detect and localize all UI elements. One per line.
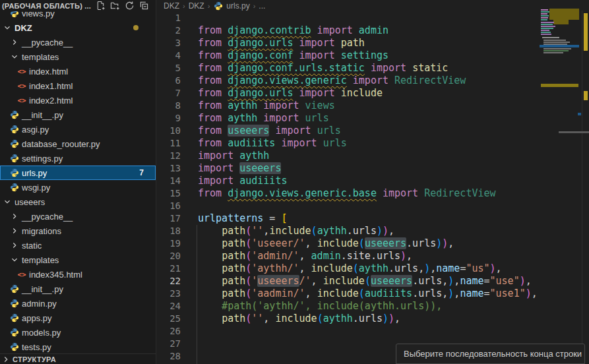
collapse-all-icon[interactable] — [139, 1, 149, 11]
tree-item-index2-html[interactable]: <>index2.html — [0, 93, 156, 107]
code-line-content: urlpatterns = [ — [181, 212, 287, 225]
tree-item-label: templates — [22, 255, 59, 265]
line-number: 21 — [157, 262, 181, 275]
code-line-8[interactable]: 8from aythh import views — [157, 100, 589, 112]
tree-item-index345-html[interactable]: <>index345.html — [0, 267, 156, 282]
tree-item-database-roouter-py[interactable]: database_roouter.py — [0, 136, 156, 151]
minimap-mark — [541, 30, 549, 31]
code-line-content: import audiiits — [181, 175, 287, 187]
code-line-content: path('useeers/', include(useeers.urls,),… — [181, 275, 532, 288]
code-area[interactable]: 12from django.contrib import admin3from … — [157, 12, 589, 363]
breadcrumb-item-0[interactable]: DKZ — [164, 1, 179, 11]
code-line-21[interactable]: 21 path('aythh/', include(aythh.urls,),n… — [157, 262, 589, 275]
tree-item-label: index345.html — [29, 270, 82, 280]
tree-item--init-py[interactable]: __init__.py — [0, 107, 156, 122]
code-line-25[interactable]: 25 path('', include(aythh.urls)), — [157, 313, 589, 325]
chevron-down-icon — [9, 255, 20, 265]
line-number: 15 — [157, 187, 181, 200]
code-line-9[interactable]: 9from aythh import urls — [157, 112, 589, 125]
code-line-10[interactable]: 10from useeers import urls — [157, 125, 589, 137]
minimap-mark — [541, 84, 578, 87]
tree-item-migrations[interactable]: migrations — [0, 224, 156, 238]
code-line-14[interactable]: 14import audiiits — [157, 175, 589, 187]
tree-item-apps-py[interactable]: apps.py — [0, 311, 156, 325]
indent-guide — [197, 225, 197, 364]
tree-item-index-html[interactable]: <>index.html — [0, 64, 156, 78]
tree-item--pycache-[interactable]: __pycache__ — [0, 35, 156, 49]
explorer-actions — [95, 1, 149, 11]
problems-count-badge: 7 — [139, 168, 144, 177]
code-line-26[interactable]: 26 — [157, 325, 589, 338]
breadcrumb-item-1[interactable]: DKZ — [189, 1, 204, 11]
tree-item-label: DKZ — [15, 23, 32, 33]
code-line-content: from django.views.generic.base import Re… — [181, 187, 496, 200]
code-line-13[interactable]: 13import useeers — [157, 162, 589, 175]
code-line-18[interactable]: 18 path('',include(aythh.urls)), — [157, 225, 589, 237]
breadcrumb-item-2[interactable]: urls.py — [226, 1, 249, 11]
code-line-6[interactable]: 6from django.views.generic import Redire… — [157, 75, 589, 87]
tree-item-wsgi-py[interactable]: wsgi.py — [0, 180, 156, 195]
tree-item-label: index.html — [29, 67, 68, 76]
chevron-down-icon — [1, 22, 13, 33]
tree-item-static[interactable]: static — [0, 238, 156, 253]
new-folder-icon[interactable] — [109, 1, 120, 11]
code-line-15[interactable]: 15from django.views.generic.base import … — [157, 187, 589, 200]
code-line-3[interactable]: 3from django.urls import path — [157, 37, 589, 49]
line-number: 22 — [157, 275, 181, 288]
code-line-5[interactable]: 5from django.conf.urls.static import sta… — [157, 62, 589, 75]
html-file-icon: <> — [16, 95, 28, 106]
minimap-mark — [541, 9, 548, 11]
chevron-down-icon — [9, 51, 20, 62]
code-line-19[interactable]: 19 path('useeer/', include(useeers.urls)… — [157, 237, 589, 250]
code-line-12[interactable]: 12import aythh — [157, 150, 589, 162]
explorer-sidebar: views.pyDKZ__pycache__templates<>index.h… — [0, 0, 156, 364]
code-line-content: from aythh import views — [181, 100, 335, 112]
tree-item-settings-py[interactable]: settings.py — [0, 151, 156, 166]
tree-item-dkz[interactable]: DKZ — [0, 20, 156, 35]
tree-item-label: tests.py — [22, 342, 51, 352]
line-number: 23 — [157, 288, 181, 300]
tree-item-admin-py[interactable]: admin.py — [0, 296, 156, 311]
tree-item-urls-py[interactable]: urls.py7 — [0, 166, 156, 180]
tree-item-tests-py[interactable]: tests.py — [0, 340, 156, 354]
refresh-icon[interactable] — [124, 1, 135, 11]
code-line-24[interactable]: 24 #path('aythh/', include(aythh.urls)), — [157, 300, 589, 313]
code-line-16[interactable]: 16 — [157, 200, 589, 212]
workspace-title: (РАБОЧАЯ ОБЛАСТЬ) ... — [2, 2, 91, 10]
code-line-4[interactable]: 4from django.conf import settings — [157, 49, 589, 62]
code-line-7[interactable]: 7from django.urls import include — [157, 87, 589, 100]
line-number: 13 — [157, 162, 181, 175]
tree-item--pycache-[interactable]: __pycache__ — [0, 209, 156, 224]
code-line-1[interactable]: 1 — [157, 12, 589, 24]
tree-item-label: settings.py — [22, 154, 63, 164]
tree-item-useeers[interactable]: useeers — [0, 195, 156, 209]
tree-item-index1-html[interactable]: <>index1.html — [0, 78, 156, 93]
python-icon — [9, 284, 20, 294]
line-number: 4 — [157, 49, 181, 62]
new-file-icon[interactable] — [95, 1, 106, 11]
tree-item-templates[interactable]: templates — [0, 49, 156, 64]
line-number: 28 — [157, 350, 181, 363]
outline-section-header[interactable]: СТРУКТУРА — [0, 353, 156, 364]
line-number: 18 — [157, 225, 181, 237]
code-line-22[interactable]: 22 path('useeers/', include(useeers.urls… — [157, 275, 589, 288]
chevron-right-icon — [9, 226, 20, 236]
code-line-23[interactable]: 23 path('aadmin/', include(audiiits.urls… — [157, 288, 589, 300]
line-number: 14 — [157, 175, 181, 187]
code-line-20[interactable]: 20 path('admin/', admin.site.urls), — [157, 250, 589, 262]
code-line-11[interactable]: 11from audiiits import urls — [157, 137, 589, 150]
line-number: 7 — [157, 87, 181, 100]
tree-item-templates[interactable]: templates — [0, 253, 156, 267]
chevron-right-icon — [1, 355, 11, 364]
code-line-content: from django.conf import settings — [181, 49, 388, 62]
tree-item-models-py[interactable]: models.py — [0, 325, 156, 340]
code-line-17[interactable]: 17urlpatterns = [ — [157, 212, 589, 225]
overview-ruler-mark — [584, 91, 588, 100]
tree-item-asgi-py[interactable]: asgi.py — [0, 122, 156, 136]
code-line-2[interactable]: 2from django.contrib import admin — [157, 24, 589, 37]
python-icon — [9, 109, 20, 120]
line-number: 5 — [157, 62, 181, 75]
tree-item--init-py[interactable]: __init__.py — [0, 282, 156, 296]
explorer-section-header[interactable]: (РАБОЧАЯ ОБЛАСТЬ) ... — [0, 0, 156, 11]
breadcrumb-item-3[interactable]: ... — [259, 1, 265, 11]
